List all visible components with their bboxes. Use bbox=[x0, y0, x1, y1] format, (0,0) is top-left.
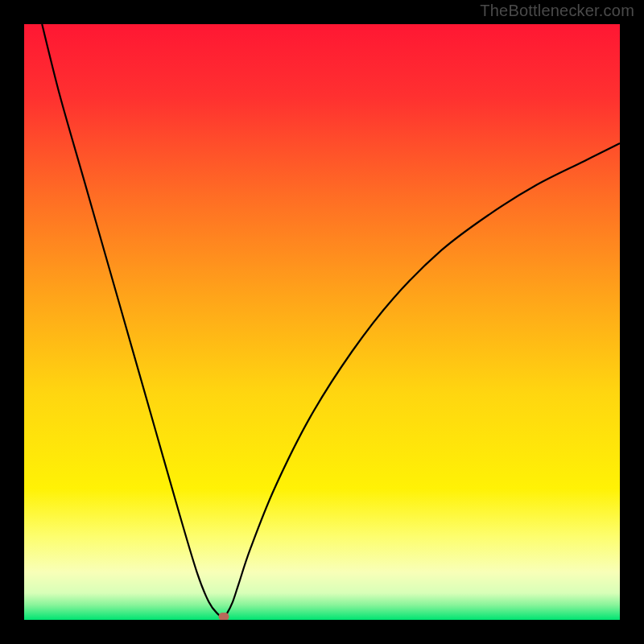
chart-outer: TheBottlenecker.com bbox=[0, 0, 644, 644]
curve-layer bbox=[24, 24, 620, 620]
optimal-marker bbox=[218, 613, 229, 620]
bottleneck-curve bbox=[42, 24, 620, 617]
watermark-text: TheBottlenecker.com bbox=[480, 2, 634, 20]
plot-area bbox=[24, 24, 620, 620]
